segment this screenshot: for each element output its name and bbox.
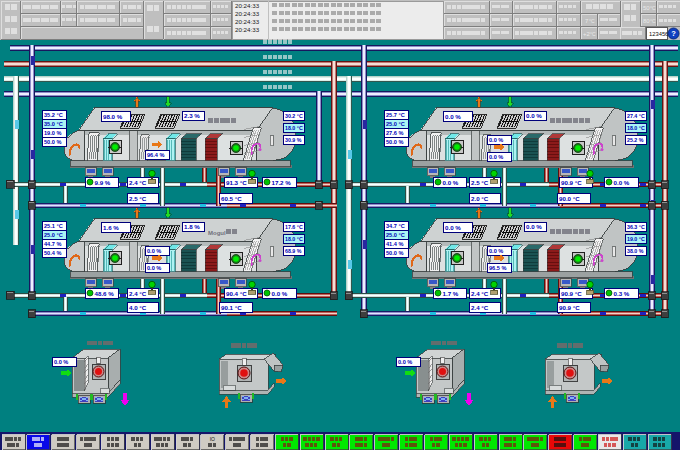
svg-text:0.0 %: 0.0 %: [526, 112, 542, 119]
svg-text:17.2 %: 17.2 %: [272, 179, 292, 186]
svg-text:25.7 °C: 25.7 °C: [386, 112, 405, 118]
svg-text:30.9 %: 30.9 %: [285, 137, 302, 143]
svg-text:90.9 °C: 90.9 °C: [561, 179, 582, 186]
svg-text:2.4 °C: 2.4 °C: [129, 179, 147, 186]
svg-text:0.0 %: 0.0 %: [489, 137, 503, 143]
svg-text:0.0 %: 0.0 %: [398, 359, 412, 365]
svg-text:0.0 %: 0.0 %: [489, 154, 503, 160]
svg-text:1.6 %: 1.6 %: [103, 224, 119, 231]
svg-text:0.0 %: 0.0 %: [443, 179, 459, 186]
svg-text:30.2 °C: 30.2 °C: [285, 113, 303, 119]
svg-text:60.5 °C: 60.5 °C: [221, 195, 242, 202]
svg-text:90.1 °C: 90.1 °C: [221, 304, 242, 311]
svg-text:20:24:33: 20:24:33: [235, 2, 260, 9]
svg-text:19.0 °C: 19.0 °C: [627, 236, 645, 242]
svg-text:50.4 %: 50.4 %: [44, 250, 61, 256]
svg-text:96.5 %: 96.5 %: [489, 265, 506, 271]
svg-text:2.3 %: 2.3 %: [184, 112, 200, 119]
svg-text:?: ?: [671, 29, 676, 38]
svg-text:18.0 °C: 18.0 °C: [285, 125, 303, 131]
svg-text:0.0 %: 0.0 %: [272, 290, 288, 297]
svg-text:0.0 %: 0.0 %: [54, 359, 68, 365]
svg-text:35.0 °C: 35.0 °C: [44, 121, 63, 127]
svg-text:°C: °C: [650, 18, 656, 24]
svg-text:27.4 °C: 27.4 °C: [627, 113, 645, 119]
svg-text:0.0 %: 0.0 %: [445, 113, 461, 120]
svg-text:17.6 °C: 17.6 °C: [285, 224, 303, 230]
svg-text:0.0 %: 0.0 %: [147, 265, 161, 271]
svg-text:°C: °C: [589, 18, 595, 24]
svg-text:0.0 %: 0.0 %: [147, 248, 161, 254]
svg-text:35.2 °C: 35.2 °C: [44, 112, 63, 118]
svg-text:2.4 °C: 2.4 °C: [471, 290, 489, 297]
svg-text:90.0 °C: 90.0 °C: [559, 195, 580, 202]
svg-text:20:24:33: 20:24:33: [235, 10, 260, 17]
svg-text:20:24:33: 20:24:33: [235, 26, 260, 33]
svg-text:18.0 °C: 18.0 °C: [285, 236, 303, 242]
svg-text:0.0 %: 0.0 %: [445, 224, 461, 231]
svg-text:36.3 °C: 36.3 °C: [627, 224, 645, 230]
svg-text:0.3 %: 0.3 %: [614, 290, 630, 297]
svg-text:96.4 %: 96.4 %: [147, 152, 164, 158]
svg-text:°C: °C: [650, 5, 656, 11]
svg-text:1.8 %: 1.8 %: [184, 223, 200, 230]
svg-text:90.9 °C: 90.9 °C: [559, 304, 580, 311]
svg-text:27.6 %: 27.6 %: [386, 130, 403, 136]
svg-text:25.0 °C: 25.0 °C: [386, 121, 405, 127]
svg-text:0.0 %: 0.0 %: [489, 248, 503, 254]
svg-text:50.0 %: 50.0 %: [386, 250, 403, 256]
svg-text:38.0 %: 38.0 %: [627, 248, 644, 254]
svg-text:50.0 %: 50.0 %: [44, 139, 61, 145]
svg-text:°C: °C: [590, 31, 596, 37]
svg-text:2.0 °C: 2.0 °C: [471, 195, 489, 202]
svg-text:90.4 °C: 90.4 °C: [226, 290, 247, 297]
svg-text:19.0 %: 19.0 %: [44, 130, 61, 136]
svg-text:48.6 %: 48.6 %: [95, 290, 115, 297]
svg-text:2.5 °C: 2.5 °C: [471, 179, 489, 186]
svg-text:90.9 °C: 90.9 °C: [561, 290, 582, 297]
svg-text:2.4 °C: 2.4 °C: [471, 304, 489, 311]
svg-text:34.7 °C: 34.7 °C: [386, 223, 405, 229]
svg-text:25.0 °C: 25.0 °C: [386, 232, 405, 238]
svg-text:IO: IO: [210, 436, 215, 442]
svg-text:20:24:33: 20:24:33: [235, 18, 260, 25]
svg-text:98.0 %: 98.0 %: [103, 113, 123, 120]
svg-text:Mogul: Mogul: [208, 230, 226, 236]
svg-text:0.0 %: 0.0 %: [526, 223, 542, 230]
svg-text:123456: 123456: [649, 31, 668, 37]
svg-text:18.0 °C: 18.0 °C: [627, 125, 645, 131]
svg-text:25.2 %: 25.2 %: [627, 137, 644, 143]
svg-text:2.4 °C: 2.4 °C: [129, 290, 147, 297]
svg-text:9.9 %: 9.9 %: [95, 179, 111, 186]
svg-text:25.1 °C: 25.1 °C: [44, 223, 63, 229]
svg-text:1.7 %: 1.7 %: [443, 290, 459, 297]
svg-text:68.9 %: 68.9 %: [285, 248, 302, 254]
svg-text:2.5 °C: 2.5 °C: [129, 195, 147, 202]
svg-text:91.3 °C: 91.3 °C: [226, 179, 247, 186]
svg-text:41.4 %: 41.4 %: [386, 241, 403, 247]
svg-text:44.7 %: 44.7 %: [44, 241, 61, 247]
svg-text:0.0 %: 0.0 %: [614, 179, 630, 186]
svg-text:50.0 %: 50.0 %: [386, 139, 403, 145]
svg-text:25.0 °C: 25.0 °C: [44, 232, 63, 238]
svg-text:4.0 °C: 4.0 °C: [129, 304, 147, 311]
